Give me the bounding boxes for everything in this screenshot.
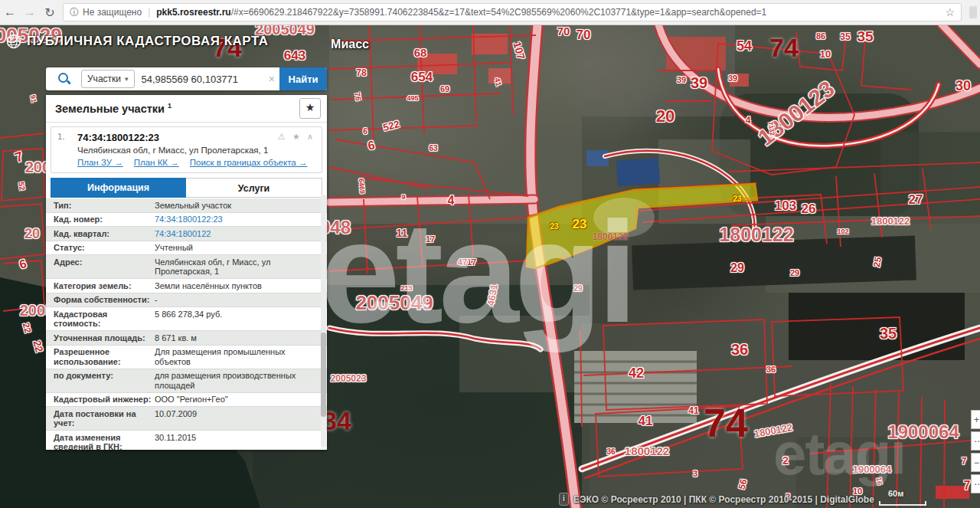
map-label: 68	[414, 47, 427, 58]
attribution-text: ЕЭКО © Росреестр 2010 | ПКК © Росреестр …	[573, 494, 874, 505]
info-row-value: Для размещения промышленных объектов	[155, 347, 327, 366]
map-label: 76	[353, 92, 362, 102]
info-row: Адрес:Челябинская обл, г Миасс, ул Проле…	[46, 255, 327, 279]
search-in-bounds-link[interactable]: Поиск в границах объекта →	[190, 158, 308, 167]
panel-scrollbar[interactable]	[321, 195, 326, 447]
map-label: 41	[688, 406, 698, 415]
address-bar[interactable]: ⓘ Не защищено | pkk5.rosreestr.ru/#x=669…	[63, 3, 962, 21]
info-row: Кад. номер:74:34:1800122:23	[46, 213, 327, 228]
map-label: 1900064	[887, 423, 959, 441]
map-label: 102	[837, 228, 848, 235]
map-label: 20	[656, 108, 675, 125]
map-label: 35	[857, 29, 873, 44]
zoom-out-button[interactable]: −	[971, 453, 980, 472]
clear-search-icon[interactable]: ×	[269, 73, 275, 85]
results-title: Земельные участки 1	[55, 102, 172, 115]
find-button[interactable]: Найти	[279, 67, 327, 90]
more-button[interactable]: ⋯	[971, 474, 980, 493]
scale-label: 60м	[888, 489, 903, 498]
map-label: 91	[29, 94, 38, 103]
map-label: 39	[677, 76, 686, 84]
map-label: 7	[962, 457, 967, 466]
map-label: 17	[426, 235, 435, 244]
zoom-in-button[interactable]: +	[971, 410, 980, 429]
map-label: 63	[429, 145, 437, 152]
parcel-card: 1. 74:34:1800122:23 ⚠ ★ ∧ Челябинская об…	[51, 126, 322, 173]
info-row: Кадастровая стоимость:5 866 278,34 руб.	[46, 307, 327, 331]
forward-icon[interactable]: →	[20, 5, 40, 19]
plan-kk-link[interactable]: План КК →	[134, 158, 179, 167]
url-host: pkk5.rosreestr.ru	[156, 7, 230, 18]
map-label: 42	[629, 366, 644, 380]
map-label: 20	[24, 227, 40, 241]
map-label: 29	[790, 269, 799, 277]
page-info-icon[interactable]: ⓘ	[70, 6, 79, 19]
search-category-select[interactable]: Участки ▾	[81, 70, 135, 88]
map-label: 36	[731, 342, 748, 357]
info-row-label: Кадастровая стоимость:	[46, 310, 155, 329]
map-label: 4	[448, 195, 455, 207]
map-label: 29	[573, 285, 582, 293]
scale-bar	[879, 501, 926, 506]
map-label: 22	[31, 339, 45, 354]
security-label: Не защищено	[83, 7, 142, 18]
info-row: по документу:для размещения производстве…	[46, 369, 327, 393]
info-row-label: Статус:	[46, 243, 155, 253]
address-divider: |	[148, 7, 150, 18]
map-label: 1800122	[871, 216, 910, 226]
info-row-label: Кад. номер:	[46, 215, 155, 225]
info-row: Дата изменения сведений в ГКН:30.11.2015	[46, 431, 327, 450]
pkk-screenshot: { "browser": { "back_glyph": "←", "forwa…	[0, 0, 980, 508]
url-params: /#x=6690629.218467922&y=7358991.74062238…	[231, 7, 767, 18]
bookmark-star-icon[interactable]: ☆	[945, 6, 955, 18]
map-attribution: i ЕЭКО © Росреестр 2010 | ПКК © Росреест…	[559, 493, 874, 506]
favorite-button[interactable]: ★	[299, 98, 321, 119]
panel-scrollbar-thumb[interactable]	[321, 333, 326, 417]
map-label: 35	[840, 32, 850, 41]
map-label: 6469	[358, 179, 366, 195]
extension-icon[interactable]	[969, 6, 977, 18]
map-label: 1800122	[625, 445, 669, 457]
map-label: 103	[775, 199, 796, 212]
info-row: Уточненная площадь:8 671 кв. м	[46, 331, 327, 346]
map-label: 23	[550, 223, 558, 231]
map-label: 70	[557, 25, 570, 37]
info-row-value: Земли населённых пунктов	[155, 281, 327, 291]
info-row: Кад. квартал:74:34:1800122	[46, 227, 327, 241]
map-label: 4	[746, 116, 751, 125]
map-label: 9	[401, 194, 405, 201]
search-category-label: Участки	[87, 74, 121, 84]
reload-icon[interactable]: ↻	[40, 5, 60, 20]
map-label: 29	[730, 262, 744, 274]
parcel-card-icons[interactable]: ⚠ ★ ∧	[278, 132, 315, 143]
globe-icon	[6, 34, 21, 49]
info-row: Разрешенное использование:Для размещения…	[46, 346, 327, 369]
map-label: 3	[693, 470, 697, 478]
tab-information[interactable]: Информация	[51, 178, 186, 198]
map-label: 6	[363, 128, 368, 136]
info-row-label: Уточненная площадь:	[46, 333, 155, 343]
layers-button[interactable]: ⋯	[971, 431, 980, 451]
map-label: 1800122	[719, 225, 793, 244]
info-row-label: Дата постановки на учет:	[46, 409, 155, 428]
info-row-value: 5 866 278,34 руб.	[155, 310, 327, 329]
info-row-value: 30.11.2015	[155, 433, 327, 451]
back-icon[interactable]: ←	[0, 5, 20, 19]
map-label: 16	[875, 477, 884, 485]
search-input[interactable]	[140, 73, 264, 86]
parcel-links: План ЗУ → План КК → Поиск в границах объ…	[77, 158, 315, 167]
info-row-value-link[interactable]: 74:34:1800122	[155, 229, 327, 239]
info-row: Дата постановки на учет:10.07.2009	[46, 407, 327, 431]
info-row-value: 10.07.2009	[155, 409, 327, 428]
info-row-value: Челябинская обл, г Миасс, ул Пролетарска…	[155, 257, 327, 277]
tab-services[interactable]: Услуги	[186, 178, 322, 198]
info-row-label: Дата изменения сведений в ГКН:	[46, 433, 155, 451]
info-row-label: Адрес:	[46, 257, 155, 277]
plan-zu-link[interactable]: План ЗУ →	[77, 158, 123, 167]
info-row-value-link[interactable]: 74:34:1800122:23	[155, 215, 327, 225]
url-text: pkk5.rosreestr.ru/#x=6690629.218467922&y…	[156, 7, 766, 18]
map-label: 23	[733, 195, 741, 203]
info-row-value: Учтенный	[155, 243, 327, 253]
map-label: 70	[577, 28, 591, 41]
browser-toolbar: ← → ↻ ⓘ Не защищено | pkk5.rosreestr.ru/…	[0, 0, 980, 25]
